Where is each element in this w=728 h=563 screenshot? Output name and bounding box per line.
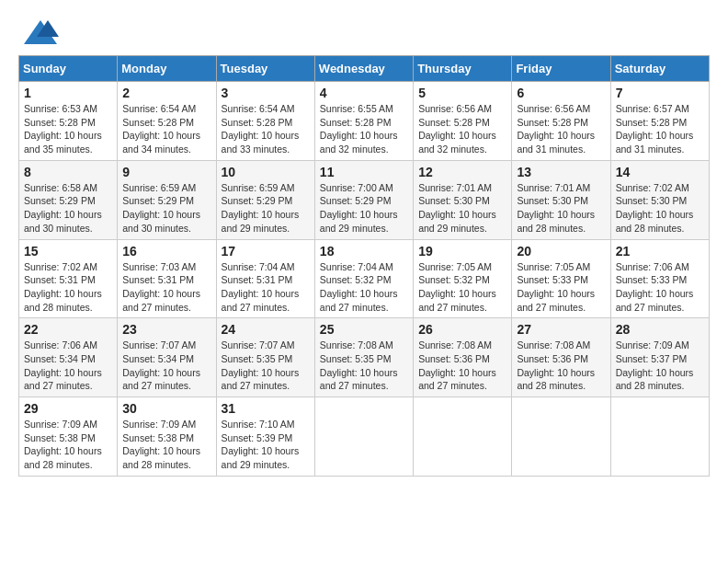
day-header-monday: Monday [118, 56, 216, 82]
daylight: Daylight: 10 hours and 32 minutes. [418, 130, 496, 155]
day-info: Sunrise: 7:05 AM Sunset: 5:33 PM Dayligh… [517, 260, 605, 315]
calendar-header-row: SundayMondayTuesdayWednesdayThursdayFrid… [19, 56, 710, 82]
sunset: Sunset: 5:29 PM [320, 195, 392, 206]
calendar-cell [314, 397, 413, 477]
calendar: SundayMondayTuesdayWednesdayThursdayFrid… [18, 55, 710, 477]
daylight: Daylight: 10 hours and 27 minutes. [616, 288, 694, 313]
day-number: 12 [418, 165, 506, 179]
sunrise: Sunrise: 7:07 AM [222, 339, 295, 350]
day-info: Sunrise: 7:03 AM Sunset: 5:31 PM Dayligh… [122, 260, 210, 315]
calendar-cell [610, 397, 709, 477]
calendar-week-1: 1 Sunrise: 6:53 AM Sunset: 5:28 PM Dayli… [19, 82, 710, 161]
day-number: 29 [24, 401, 112, 416]
day-info: Sunrise: 7:07 AM Sunset: 5:35 PM Dayligh… [222, 339, 310, 393]
sunset: Sunset: 5:28 PM [517, 117, 588, 128]
sunrise: Sunrise: 6:59 AM [122, 182, 196, 193]
day-info: Sunrise: 7:01 AM Sunset: 5:30 PM Dayligh… [418, 181, 506, 236]
sunrise: Sunrise: 6:55 AM [320, 103, 393, 114]
sunset: Sunset: 5:38 PM [24, 432, 96, 443]
sunrise: Sunrise: 7:06 AM [24, 339, 97, 350]
day-info: Sunrise: 7:09 AM Sunset: 5:38 PM Dayligh… [122, 418, 210, 472]
sunrise: Sunrise: 7:02 AM [24, 261, 97, 272]
day-number: 30 [122, 401, 210, 416]
daylight: Daylight: 10 hours and 30 minutes. [122, 209, 200, 234]
day-number: 11 [320, 165, 408, 179]
sunset: Sunset: 5:31 PM [24, 274, 96, 285]
day-info: Sunrise: 7:04 AM Sunset: 5:31 PM Dayligh… [222, 260, 310, 315]
daylight: Daylight: 10 hours and 28 minutes. [517, 367, 595, 392]
sunset: Sunset: 5:30 PM [616, 195, 688, 206]
sunset: Sunset: 5:36 PM [517, 353, 588, 364]
daylight: Daylight: 10 hours and 27 minutes. [418, 367, 496, 392]
daylight: Daylight: 10 hours and 29 minutes. [222, 445, 300, 470]
daylight: Daylight: 10 hours and 31 minutes. [517, 130, 595, 155]
calendar-cell: 14 Sunrise: 7:02 AM Sunset: 5:30 PM Dayl… [610, 160, 709, 239]
day-header-tuesday: Tuesday [216, 56, 314, 82]
calendar-cell: 3 Sunrise: 6:54 AM Sunset: 5:28 PM Dayli… [216, 82, 314, 161]
sunset: Sunset: 5:34 PM [122, 353, 194, 364]
day-number: 2 [122, 86, 210, 100]
sunrise: Sunrise: 7:06 AM [616, 261, 689, 272]
sunrise: Sunrise: 7:01 AM [418, 182, 492, 193]
calendar-cell: 26 Sunrise: 7:08 AM Sunset: 5:36 PM Dayl… [414, 318, 512, 397]
sunrise: Sunrise: 7:09 AM [24, 419, 97, 430]
calendar-cell: 17 Sunrise: 7:04 AM Sunset: 5:31 PM Dayl… [216, 239, 314, 318]
day-number: 7 [616, 86, 704, 100]
calendar-cell [414, 397, 512, 477]
day-info: Sunrise: 7:05 AM Sunset: 5:32 PM Dayligh… [418, 260, 506, 315]
sunset: Sunset: 5:28 PM [24, 117, 96, 128]
sunset: Sunset: 5:35 PM [222, 353, 293, 364]
day-info: Sunrise: 7:09 AM Sunset: 5:38 PM Dayligh… [24, 418, 112, 472]
calendar-cell [512, 397, 610, 477]
calendar-cell: 23 Sunrise: 7:07 AM Sunset: 5:34 PM Dayl… [118, 318, 216, 397]
calendar-cell: 13 Sunrise: 7:01 AM Sunset: 5:30 PM Dayl… [512, 160, 610, 239]
calendar-cell: 7 Sunrise: 6:57 AM Sunset: 5:28 PM Dayli… [610, 82, 709, 161]
calendar-week-4: 22 Sunrise: 7:06 AM Sunset: 5:34 PM Dayl… [19, 318, 710, 397]
daylight: Daylight: 10 hours and 28 minutes. [616, 367, 694, 392]
day-header-friday: Friday [512, 56, 610, 82]
day-header-sunday: Sunday [19, 56, 118, 82]
calendar-cell: 15 Sunrise: 7:02 AM Sunset: 5:31 PM Dayl… [19, 239, 118, 318]
day-number: 21 [616, 244, 704, 259]
day-info: Sunrise: 7:01 AM Sunset: 5:30 PM Dayligh… [517, 181, 605, 236]
calendar-cell: 11 Sunrise: 7:00 AM Sunset: 5:29 PM Dayl… [314, 160, 413, 239]
day-number: 10 [222, 165, 310, 179]
sunset: Sunset: 5:28 PM [222, 117, 293, 128]
daylight: Daylight: 10 hours and 27 minutes. [320, 367, 398, 392]
day-header-saturday: Saturday [610, 56, 709, 82]
calendar-cell: 31 Sunrise: 7:10 AM Sunset: 5:39 PM Dayl… [216, 397, 314, 477]
day-info: Sunrise: 6:57 AM Sunset: 5:28 PM Dayligh… [616, 102, 704, 156]
day-info: Sunrise: 6:56 AM Sunset: 5:28 PM Dayligh… [418, 102, 506, 156]
sunset: Sunset: 5:35 PM [320, 353, 392, 364]
sunrise: Sunrise: 7:03 AM [122, 261, 196, 272]
day-number: 19 [418, 244, 506, 259]
sunrise: Sunrise: 7:08 AM [418, 339, 492, 350]
day-header-thursday: Thursday [414, 56, 512, 82]
calendar-cell: 19 Sunrise: 7:05 AM Sunset: 5:32 PM Dayl… [414, 239, 512, 318]
day-number: 31 [222, 401, 310, 416]
calendar-cell: 6 Sunrise: 6:56 AM Sunset: 5:28 PM Dayli… [512, 82, 610, 161]
calendar-cell: 8 Sunrise: 6:58 AM Sunset: 5:29 PM Dayli… [19, 160, 118, 239]
day-info: Sunrise: 7:02 AM Sunset: 5:31 PM Dayligh… [24, 260, 112, 315]
calendar-cell: 1 Sunrise: 6:53 AM Sunset: 5:28 PM Dayli… [19, 82, 118, 161]
daylight: Daylight: 10 hours and 28 minutes. [122, 445, 200, 470]
day-info: Sunrise: 7:10 AM Sunset: 5:39 PM Dayligh… [222, 418, 310, 472]
day-number: 4 [320, 86, 408, 100]
sunrise: Sunrise: 6:58 AM [24, 182, 97, 193]
sunset: Sunset: 5:31 PM [222, 274, 293, 285]
sunset: Sunset: 5:34 PM [24, 353, 96, 364]
day-info: Sunrise: 7:09 AM Sunset: 5:37 PM Dayligh… [616, 339, 704, 393]
sunset: Sunset: 5:29 PM [222, 195, 293, 206]
sunrise: Sunrise: 7:09 AM [616, 339, 689, 350]
day-number: 9 [122, 165, 210, 179]
day-number: 15 [24, 244, 112, 259]
sunrise: Sunrise: 7:07 AM [122, 339, 196, 350]
day-info: Sunrise: 6:56 AM Sunset: 5:28 PM Dayligh… [517, 102, 605, 156]
day-number: 6 [517, 86, 605, 100]
calendar-cell: 27 Sunrise: 7:08 AM Sunset: 5:36 PM Dayl… [512, 318, 610, 397]
day-number: 16 [122, 244, 210, 259]
sunrise: Sunrise: 6:53 AM [24, 103, 97, 114]
day-number: 28 [616, 322, 704, 337]
page-header [18, 18, 710, 46]
sunset: Sunset: 5:28 PM [418, 117, 490, 128]
